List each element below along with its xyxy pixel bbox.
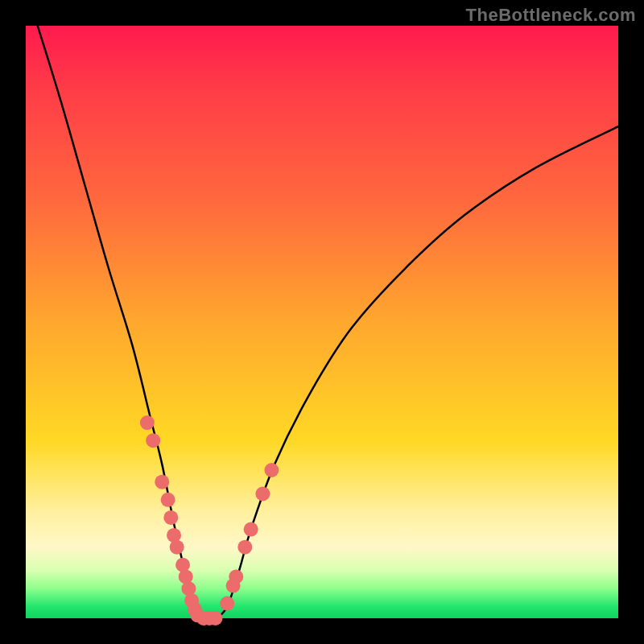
data-marker (146, 433, 160, 448)
plot-area (26, 26, 618, 618)
data-marker (140, 415, 155, 430)
marker-group (140, 415, 279, 625)
data-marker (255, 486, 270, 501)
data-marker (170, 540, 184, 555)
data-marker (264, 463, 279, 477)
chart-container: TheBottleneck.com (0, 0, 644, 644)
curve-layer (26, 26, 618, 618)
data-marker (208, 611, 223, 625)
bottleneck-curve (38, 26, 618, 619)
data-marker (229, 569, 243, 584)
data-marker (237, 540, 252, 555)
data-marker (220, 597, 234, 611)
data-marker (244, 522, 258, 537)
data-marker (163, 510, 178, 525)
watermark-text: TheBottleneck.com (466, 5, 636, 26)
data-marker (155, 475, 169, 489)
data-marker (161, 493, 175, 507)
